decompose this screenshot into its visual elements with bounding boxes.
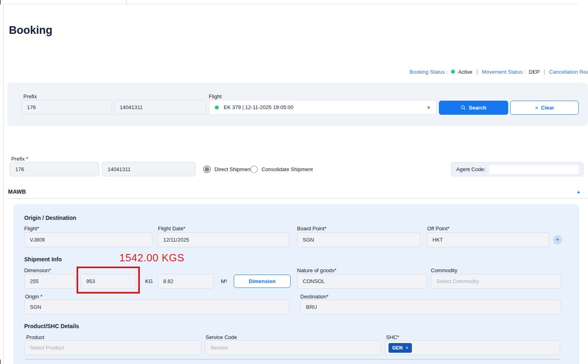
board-point-input[interactable]	[297, 232, 420, 247]
agent-code-input[interactable]	[489, 165, 578, 174]
product-select[interactable]	[24, 340, 202, 355]
flight-number-input[interactable]	[24, 232, 152, 247]
radio-unselected-icon	[250, 165, 258, 173]
flight-select[interactable]: EK 379 | 12-11-2025 19:05:00 ×	[209, 100, 436, 115]
off-point-input[interactable]	[427, 232, 549, 247]
destination-label: Destination*	[300, 294, 328, 300]
search-icon	[461, 105, 466, 110]
search-button[interactable]: Search	[439, 101, 508, 115]
board-point-label: Board Point*	[297, 225, 326, 232]
shipment-info-heading: Shipment Info	[24, 256, 62, 263]
off-point-label: Off Point*	[427, 225, 449, 232]
status-separator: |	[476, 68, 479, 75]
booking-prefix-label: Prefix *	[11, 156, 28, 162]
flight-number-label: Flight*	[24, 225, 39, 232]
left-border-line	[3, 4, 4, 364]
weight-annotation: 1542.00 KGS	[119, 252, 185, 264]
agent-code-label: Agent Code:	[456, 166, 485, 172]
shc-label: SHC*	[386, 334, 399, 340]
booking-awb-number-input[interactable]	[102, 162, 195, 176]
clear-button[interactable]: × Clear	[510, 101, 579, 115]
product-label: Product	[26, 334, 44, 340]
weight-input[interactable]	[81, 274, 136, 289]
nature-of-goods-input[interactable]	[297, 274, 427, 289]
shc-chip-gen: GEN ×	[389, 343, 412, 353]
direct-shipment-label: Direct Shipment	[214, 166, 251, 172]
commodity-select[interactable]	[431, 274, 561, 289]
collapse-caret-icon[interactable]: ▲	[576, 189, 583, 194]
top-divider-line	[3, 4, 578, 4]
shc-chip-label: GEN	[392, 345, 403, 351]
chip-remove-icon[interactable]: ×	[405, 345, 408, 351]
mawb-section-label: MAWB	[8, 188, 26, 195]
consolidate-shipment-radio[interactable]: Consolidate Shipment	[250, 165, 313, 173]
booking-page: Booking Booking Status : Active | Moveme…	[0, 0, 588, 364]
window-edge-artifact-top	[0, 0, 1, 4]
dimension-label: Dimension*	[24, 267, 51, 273]
cancellation-reason-label: Cancellation Reason :	[549, 69, 588, 75]
destination-input[interactable]	[300, 300, 561, 314]
status-separator: |	[543, 68, 546, 75]
origin-label: Origin *	[25, 294, 42, 300]
mawb-section-header[interactable]: MAWB ▲	[8, 188, 583, 195]
direct-shipment-radio[interactable]: Direct Shipment	[203, 165, 251, 173]
volume-unit-label: M³	[221, 278, 227, 284]
top-tick-artifact	[126, 0, 127, 4]
flight-clear-icon[interactable]: ×	[427, 104, 430, 110]
window-edge-artifact-bottom	[0, 360, 1, 364]
commodity-label: Commodity	[431, 267, 457, 273]
search-awb-number-input[interactable]	[114, 100, 206, 115]
radio-selected-icon	[203, 165, 211, 173]
service-code-label: Service Code	[206, 334, 237, 340]
flight-date-input[interactable]	[158, 232, 289, 247]
flight-select-value: EK 379 | 12-11-2025 19:05:00	[224, 104, 422, 110]
movement-status-value: DEP	[529, 69, 540, 75]
booking-prefix-input[interactable]	[10, 162, 99, 176]
clear-icon: ×	[535, 105, 538, 111]
flight-status-dot-icon	[215, 105, 219, 110]
weight-unit-label: KG	[145, 278, 153, 284]
pieces-input[interactable]	[24, 274, 76, 289]
mawb-header-divider	[7, 198, 588, 199]
panel-bottom-divider	[25, 359, 560, 360]
shc-field[interactable]: GEN ×	[385, 340, 560, 355]
page-title: Booking	[9, 24, 52, 37]
booking-status-label: Booking Status :	[409, 69, 448, 75]
agent-code-box: Agent Code:	[451, 162, 584, 176]
search-prefix-label: Prefix	[23, 93, 37, 99]
clear-button-label: Clear	[541, 105, 554, 111]
booking-status-value: Active	[458, 69, 472, 75]
status-bar: Booking Status : Active | Movement Statu…	[409, 68, 588, 75]
service-code-input[interactable]	[205, 340, 381, 355]
search-flight-label: Flight	[209, 93, 222, 99]
nature-of-goods-label: Nature of goods*	[297, 267, 337, 273]
product-shc-heading: Product/SHC Details	[24, 323, 79, 329]
flight-date-label: Flight Date*	[158, 225, 185, 232]
volume-input[interactable]	[158, 274, 214, 289]
origin-input[interactable]	[24, 300, 289, 314]
dimension-button[interactable]: Dimension	[234, 275, 291, 288]
search-button-label: Search	[469, 105, 486, 111]
origin-destination-heading: Origin / Destination	[24, 215, 76, 221]
movement-status-label: Movement Status :	[482, 69, 526, 75]
consolidate-shipment-label: Consolidate Shipment	[262, 166, 313, 172]
add-route-button[interactable]: +	[553, 235, 562, 244]
search-prefix-input[interactable]	[21, 100, 112, 115]
active-status-dot-icon	[451, 70, 455, 74]
